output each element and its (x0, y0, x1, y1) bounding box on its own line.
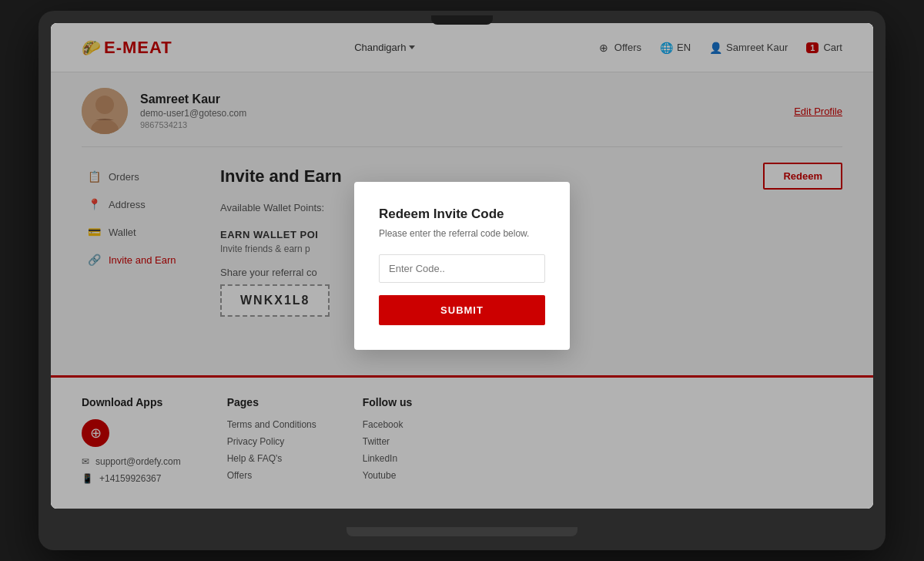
modal-title: Redeem Invite Code (379, 207, 545, 222)
modal-overlay[interactable]: Redeem Invite Code Please enter the refe… (51, 23, 873, 509)
modal-subtitle: Please enter the referral code below. (379, 228, 545, 239)
laptop-base (346, 527, 578, 536)
redeem-modal: Redeem Invite Code Please enter the refe… (354, 182, 570, 350)
code-input[interactable] (379, 254, 545, 283)
modal-submit-button[interactable]: SUBMIT (379, 295, 545, 325)
